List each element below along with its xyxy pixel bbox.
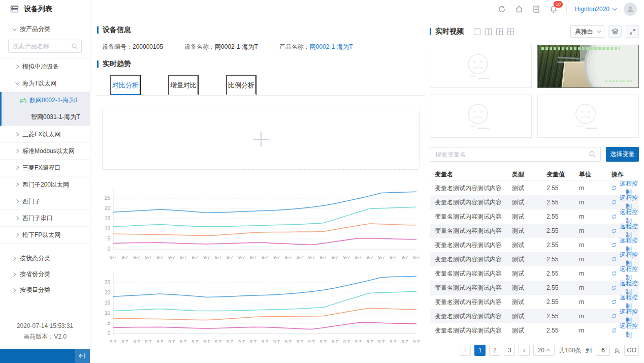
layout-single-icon[interactable] — [474, 28, 480, 35]
notification-badge: 10 — [553, 1, 563, 8]
home-button[interactable] — [514, 5, 524, 14]
theme-select[interactable]: 典雅白 — [570, 25, 604, 38]
trend-tabs: 对比分析 增量对比 比例分析 — [97, 75, 425, 96]
sidebar-section-project[interactable]: 按项目分类 — [0, 282, 90, 298]
tab-ratio-analysis[interactable]: 比例分析 — [226, 75, 256, 95]
cell-variable-name: 变量名测试内容测试内容 — [435, 213, 512, 221]
svg-text:9-7: 9-7 — [145, 339, 151, 344]
collapse-sidebar-button[interactable] — [75, 349, 90, 363]
refresh-button[interactable] — [497, 5, 506, 14]
next-page-button[interactable]: › — [519, 345, 530, 356]
page-size-select[interactable]: 20 — [533, 345, 555, 356]
svg-text:9-7: 9-7 — [273, 339, 280, 344]
no-video-icon — [463, 103, 498, 130]
sidebar-item-category-0[interactable]: 模拟中冶设备 — [0, 58, 90, 75]
product-search-input[interactable] — [13, 43, 68, 50]
notification-button[interactable]: 10 — [549, 5, 558, 14]
sidebar-section-province[interactable]: 按省份分类 — [0, 266, 90, 282]
variable-search-input[interactable] — [435, 151, 585, 158]
sidebar-device-item[interactable]: 智网0031-1-海为T — [2, 109, 90, 126]
sidebar-item-category-1[interactable]: 海为T以太网 — [0, 75, 90, 92]
section-accent-bar — [97, 60, 99, 68]
svg-text:9-7: 9-7 — [273, 255, 280, 260]
trend-chart-1: 05101520259-79-79-79-79-79-79-79-79-79-7… — [98, 185, 425, 262]
chevron-down-icon — [613, 6, 617, 10]
page-button-1[interactable]: 1 — [474, 345, 486, 356]
cell-value: 2.55 — [546, 185, 579, 192]
cell-value: 2.55 — [546, 327, 579, 334]
go-button[interactable]: GO — [624, 345, 639, 356]
left-column: 设备信息 设备编号：200000105 设备名称：网0002-1-海为T 产品名… — [90, 18, 430, 363]
svg-text:20: 20 — [105, 290, 111, 295]
content: 设备信息 设备编号：200000105 设备名称：网0002-1-海为T 产品名… — [90, 18, 644, 363]
video-placeholder-cell-3[interactable] — [537, 95, 639, 138]
svg-text:9-7: 9-7 — [320, 255, 327, 260]
prev-page-button[interactable]: ‹ — [460, 345, 471, 356]
remote-control-link[interactable]: 远程控制 — [611, 322, 639, 339]
sidebar-item-category-6[interactable]: 西门子 — [0, 193, 90, 210]
chevron-right-icon — [15, 183, 19, 187]
section-accent-bar — [97, 26, 99, 34]
tab-increment-compare[interactable]: 增量对比 — [168, 75, 199, 95]
sidebar-device-group: 数网0002-1-海为1 智网0031-1-海为T — [0, 92, 90, 126]
cell-variable-name: 变量名测试内容测试内容 — [435, 198, 512, 207]
chevron-right-icon — [15, 216, 19, 220]
pagination-pages: 123 — [474, 345, 515, 356]
svg-text:9-7: 9-7 — [250, 255, 256, 260]
user-menu[interactable]: Hignton2020 — [575, 6, 616, 13]
sidebar-item-category-3[interactable]: 标准Modbus以太网 — [0, 143, 90, 160]
svg-text:15: 15 — [105, 216, 111, 221]
svg-text:10: 10 — [105, 310, 111, 316]
layout-four-grid-icon[interactable] — [507, 28, 514, 35]
sidebar: 设备列表 按产品分类 模拟中冶设备 海为T以太网 — [0, 0, 90, 363]
sidebar-item-category-4[interactable]: 三菱FX编程口 — [0, 160, 90, 176]
camera-osd-timestamp — [541, 47, 620, 50]
page-button-3[interactable]: 3 — [504, 345, 515, 356]
svg-text:9-7: 9-7 — [121, 339, 128, 344]
cell-variable-name: 变量名测试内容测试内容 — [435, 284, 512, 292]
video-placeholder-cell-1[interactable] — [430, 45, 532, 88]
remote-control-icon — [611, 285, 617, 291]
layout-two-pane-icon[interactable] — [485, 28, 492, 35]
svg-text:9-7: 9-7 — [191, 255, 198, 260]
cell-unit: m — [579, 284, 611, 291]
cell-type: 测试 — [512, 284, 546, 292]
sidebar-section-status[interactable]: 按状态分类 — [0, 251, 90, 266]
fullscreen-button[interactable] — [626, 25, 639, 38]
sidebar-section-product[interactable]: 按产品分类 — [0, 21, 90, 37]
svg-text:9-7: 9-7 — [285, 339, 292, 344]
add-chart-placeholder[interactable] — [102, 109, 420, 170]
product-name-link[interactable]: 网0002-1-海为T — [310, 43, 353, 50]
svg-text:9-7: 9-7 — [250, 339, 256, 344]
remote-control-icon — [611, 270, 617, 277]
tab-compare-analysis[interactable]: 对比分析 — [110, 75, 141, 95]
variables-table-header: 变量名 类型 变量值 单位 操作 — [430, 168, 639, 181]
footer-timestamp: 2020-07-14 15:53:31 — [0, 321, 90, 331]
video-placeholder-cell-2[interactable] — [430, 95, 532, 138]
cell-value: 2.55 — [546, 313, 579, 320]
sidebar-item-category-2[interactable]: 三菱FX以太网 — [0, 126, 90, 143]
document-button[interactable] — [532, 5, 541, 14]
goto-page-input[interactable] — [596, 345, 610, 356]
video-camera-cell[interactable] — [537, 45, 639, 88]
theme-value: 典雅白 — [575, 27, 593, 36]
layout-three-pane-icon[interactable] — [496, 28, 503, 35]
sidebar-device-item-selected[interactable]: 数网0002-1-海为1 — [2, 92, 90, 109]
select-variable-button[interactable]: 选择变量 — [606, 147, 639, 162]
sidebar-item-category-7[interactable]: 西门子串口 — [0, 210, 90, 227]
svg-text:25: 25 — [105, 195, 111, 201]
avatar[interactable] — [624, 3, 637, 16]
svg-text:9-7: 9-7 — [367, 255, 373, 260]
total-count-label: 共100条 — [559, 346, 581, 355]
sidebar-item-category-5[interactable]: 西门子200以太网 — [0, 176, 90, 193]
page-button-2[interactable]: 2 — [489, 345, 500, 356]
device-list-icon — [10, 5, 19, 13]
sidebar-item-category-8[interactable]: 松下FP以太网 — [0, 227, 90, 244]
pagination: ‹ 123 › 20 共100条 到 页 GO — [430, 345, 639, 356]
variable-search-row: 选择变量 — [430, 147, 639, 162]
table-row: 变量名测试内容测试内容 测试 2.55 m 远程控制 — [430, 195, 639, 209]
layers-button[interactable] — [608, 25, 622, 38]
variables-table: 变量名 类型 变量值 单位 操作 变量名测试内容测试内容 测试 2.55 m 远… — [430, 168, 639, 338]
trend-title: 实时趋势 — [103, 59, 131, 69]
table-row: 变量名测试内容测试内容 测试 2.55 m 远程控制 — [430, 238, 639, 252]
